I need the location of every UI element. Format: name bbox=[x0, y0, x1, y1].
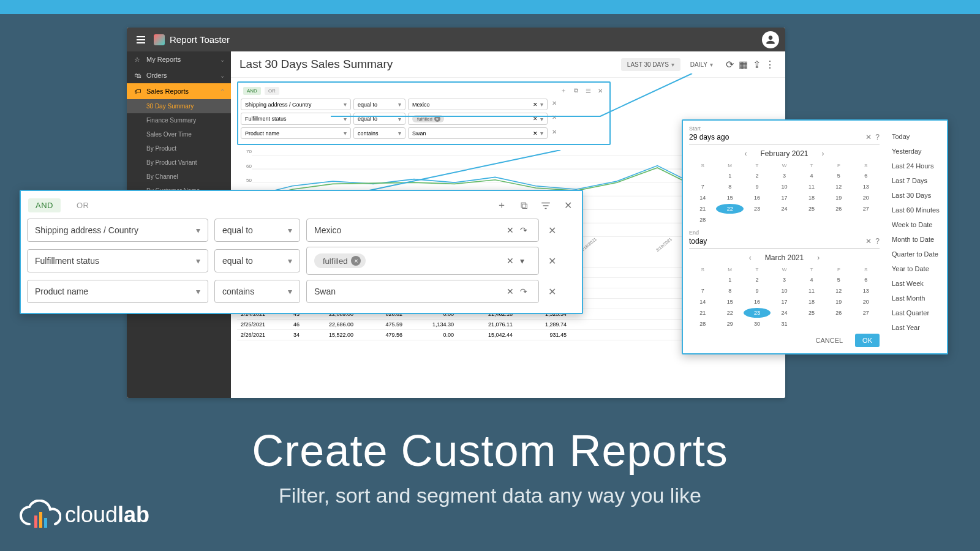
filter-op-select[interactable]: equal to▾ bbox=[353, 99, 405, 110]
date-range-button[interactable]: LAST 30 DAYS▾ bbox=[621, 58, 680, 71]
calendar-day[interactable]: 13 bbox=[853, 182, 880, 192]
sidebar-item-my-reports[interactable]: ☆ My Reports ⌄ bbox=[127, 51, 231, 67]
calendar-day[interactable]: 11 bbox=[798, 182, 825, 192]
next-month-icon[interactable]: › bbox=[818, 148, 828, 159]
filter-op-select[interactable]: equal to▾ bbox=[353, 113, 405, 125]
clear-icon[interactable]: ✕ bbox=[507, 225, 514, 235]
duplicate-icon[interactable]: ⧉ bbox=[571, 86, 580, 95]
remove-row-icon[interactable]: ✕ bbox=[550, 113, 559, 121]
sidebar-sub-item[interactable]: Sales Over Time bbox=[127, 127, 231, 141]
more-icon[interactable]: ⋮ bbox=[763, 58, 777, 71]
sidebar-sub-item[interactable]: 30 Day Summary bbox=[127, 99, 231, 113]
sort-icon[interactable]: ☰ bbox=[584, 86, 592, 95]
calendar-day[interactable]: 14 bbox=[689, 297, 716, 307]
filter-field-select[interactable]: Product name▾ bbox=[241, 127, 351, 139]
calendar-day[interactable]: 9 bbox=[744, 286, 771, 296]
end-date-input[interactable]: today ✕? bbox=[689, 236, 880, 249]
sidebar-item-orders[interactable]: 🛍 Orders ⌄ bbox=[127, 67, 231, 83]
calendar-day[interactable]: 9 bbox=[744, 182, 771, 192]
filter-value-input[interactable]: Mexico✕↷ bbox=[306, 219, 539, 242]
sort-icon[interactable] bbox=[539, 199, 552, 212]
clear-icon[interactable]: ✕ bbox=[865, 133, 872, 141]
calendar-day[interactable]: 6 bbox=[853, 275, 880, 285]
calendar-day[interactable]: 10 bbox=[771, 286, 797, 296]
clear-icon[interactable]: ✕ bbox=[507, 287, 514, 296]
date-preset-item[interactable]: Last Month bbox=[891, 291, 942, 305]
calendar-day[interactable]: 6 bbox=[853, 171, 880, 181]
calendar-day[interactable]: 4 bbox=[798, 171, 825, 181]
sidebar-sub-item[interactable]: By Product bbox=[127, 141, 231, 156]
grid-icon[interactable]: ▦ bbox=[736, 58, 750, 71]
filter-op-select[interactable]: equal to▾ bbox=[214, 219, 300, 242]
ok-button[interactable]: OK bbox=[855, 334, 880, 347]
remove-row-icon[interactable]: ✕ bbox=[550, 99, 559, 107]
prev-month-icon[interactable]: ‹ bbox=[741, 148, 750, 159]
clear-icon[interactable]: ✕ bbox=[865, 237, 872, 246]
caret-down-icon[interactable]: ↷ bbox=[520, 225, 531, 235]
filter-value-input[interactable]: fulfilled×✕▾ bbox=[408, 113, 548, 125]
date-preset-item[interactable]: Month to Date bbox=[891, 232, 942, 247]
prev-month-icon[interactable]: ‹ bbox=[745, 252, 755, 263]
next-month-icon[interactable]: › bbox=[813, 252, 823, 263]
refresh-icon[interactable]: ⟳ bbox=[723, 58, 736, 71]
calendar-day[interactable]: 28 bbox=[689, 319, 716, 329]
date-preset-item[interactable]: Last 7 Days bbox=[891, 173, 942, 188]
remove-row-icon[interactable]: ✕ bbox=[545, 254, 559, 268]
filter-value-input[interactable]: Swan✕▾ bbox=[408, 127, 548, 139]
close-icon[interactable]: ✕ bbox=[596, 86, 605, 95]
calendar-day[interactable]: 27 bbox=[853, 308, 880, 318]
calendar-day[interactable]: 20 bbox=[853, 193, 880, 203]
calendar-day[interactable]: 18 bbox=[798, 297, 825, 307]
add-icon[interactable]: ＋ bbox=[495, 199, 508, 212]
calendar-day[interactable]: 2 bbox=[744, 171, 771, 181]
caret-down-icon[interactable]: ▾ bbox=[540, 101, 543, 108]
date-preset-item[interactable]: Last 30 Days bbox=[891, 188, 942, 203]
calendar-day[interactable]: 26 bbox=[825, 204, 852, 214]
filter-field-select[interactable]: Fulfillment status▾ bbox=[27, 249, 208, 272]
calendar-day[interactable]: 8 bbox=[716, 286, 743, 296]
calendar-day[interactable]: 1 bbox=[716, 171, 743, 181]
calendar-day[interactable]: 4 bbox=[798, 275, 825, 285]
calendar-day[interactable]: 12 bbox=[825, 286, 852, 296]
calendar-day[interactable]: 16 bbox=[744, 193, 771, 203]
date-preset-item[interactable]: Yesterday bbox=[891, 144, 942, 159]
filter-value-input[interactable]: Swan✕↷ bbox=[306, 280, 539, 303]
calendar-day[interactable]: 3 bbox=[771, 275, 797, 285]
clear-icon[interactable]: ✕ bbox=[533, 116, 538, 122]
calendar-day[interactable]: 20 bbox=[853, 297, 880, 307]
calendar-day[interactable]: 5 bbox=[825, 275, 852, 285]
calendar-day[interactable]: 17 bbox=[771, 193, 797, 203]
date-preset-item[interactable]: Year to Date bbox=[891, 261, 942, 276]
calendar-day[interactable]: 7 bbox=[689, 182, 716, 192]
calendar-day[interactable]: 17 bbox=[771, 297, 797, 307]
calendar-day[interactable]: 31 bbox=[771, 319, 797, 329]
calendar-day[interactable]: 1 bbox=[716, 275, 743, 285]
sidebar-sub-item[interactable]: By Product Variant bbox=[127, 156, 231, 170]
help-icon[interactable]: ? bbox=[875, 237, 880, 246]
calendar-day[interactable]: 27 bbox=[853, 204, 880, 214]
date-preset-item[interactable]: Last 24 Hours bbox=[891, 159, 942, 173]
calendar-day[interactable]: 18 bbox=[798, 193, 825, 203]
sidebar-item-sales-reports[interactable]: 🏷 Sales Reports ⌃ bbox=[127, 83, 231, 99]
cancel-button[interactable]: CANCEL bbox=[809, 334, 849, 347]
calendar-day[interactable]: 24 bbox=[771, 204, 797, 214]
calendar-day[interactable]: 19 bbox=[825, 193, 852, 203]
calendar-day[interactable]: 21 bbox=[689, 308, 716, 318]
caret-down-icon[interactable]: ▾ bbox=[540, 130, 543, 137]
duplicate-icon[interactable]: ⧉ bbox=[517, 199, 530, 212]
logic-and[interactable]: AND bbox=[28, 198, 61, 212]
remove-row-icon[interactable]: ✕ bbox=[545, 285, 559, 298]
caret-down-icon[interactable]: ▾ bbox=[540, 116, 543, 122]
calendar-day[interactable]: 5 bbox=[825, 171, 852, 181]
calendar-day[interactable]: 11 bbox=[798, 286, 825, 296]
calendar-day[interactable]: 7 bbox=[689, 286, 716, 296]
sidebar-sub-item[interactable]: By Channel bbox=[127, 170, 231, 184]
filter-op-select[interactable]: contains▾ bbox=[214, 280, 300, 303]
caret-down-icon[interactable]: ↷ bbox=[520, 287, 531, 296]
calendar-day[interactable]: 10 bbox=[771, 182, 797, 192]
filter-field-select[interactable]: Fulfillment status▾ bbox=[241, 113, 351, 125]
close-icon[interactable]: ✕ bbox=[561, 199, 575, 212]
filter-field-select[interactable]: Product name▾ bbox=[27, 280, 208, 303]
logic-or[interactable]: OR bbox=[69, 198, 97, 212]
calendar-day[interactable]: 16 bbox=[744, 297, 771, 307]
